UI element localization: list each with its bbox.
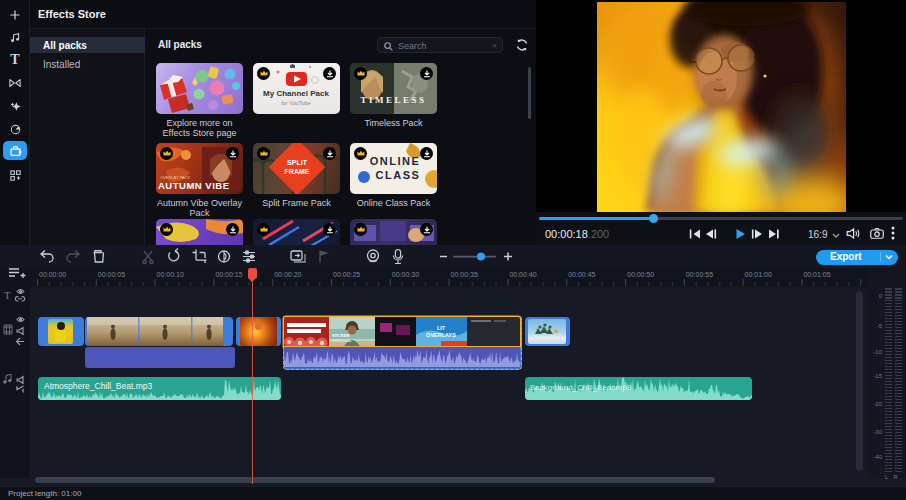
svg-text:00:00:45: 00:00:45 [568,271,595,278]
svg-text:AUTUMN VIBE: AUTUMN VIBE [158,180,229,191]
svg-text:00:00:05: 00:00:05 [98,271,125,278]
svg-text:REMOVAL: REMOVAL [332,338,352,343]
svg-text:ONLINE: ONLINE [370,155,421,167]
svg-text:00:00:40: 00:00:40 [509,271,536,278]
svg-text:CLASS: CLASS [376,169,421,181]
svg-text:LIT: LIT [437,325,446,331]
svg-text:00:00:50: 00:00:50 [627,271,654,278]
svg-text:00:00:35: 00:00:35 [451,271,478,278]
svg-text:00:00:00: 00:00:00 [39,271,66,278]
svg-text:00:00:55: 00:00:55 [686,271,713,278]
svg-text:FRAME: FRAME [285,168,310,175]
svg-text:00:00:20: 00:00:20 [274,271,301,278]
svg-text:00:01:00: 00:01:00 [745,271,772,278]
svg-text:for YouTube: for YouTube [281,100,310,106]
svg-text:TIMELESS: TIMELESS [360,95,426,105]
svg-text:00:00:15: 00:00:15 [215,271,242,278]
svg-text:00:01:05: 00:01:05 [803,271,830,278]
svg-text:00:00:25: 00:00:25 [333,271,360,278]
svg-text:OVERLAYS: OVERLAYS [426,332,456,338]
svg-text:00:00:30: 00:00:30 [392,271,419,278]
svg-text:SPLIT: SPLIT [287,159,308,166]
svg-text:T: T [4,289,11,301]
svg-text:My Channel Pack: My Channel Pack [263,89,329,98]
svg-text:00:00:10: 00:00:10 [157,271,184,278]
